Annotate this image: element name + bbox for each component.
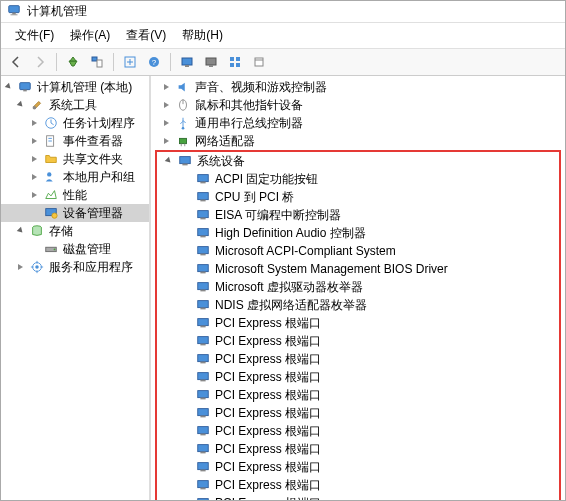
devices-by-type-button[interactable] [176,51,198,73]
device-label: PCI Express 根端口 [215,387,321,403]
category-network[interactable]: 网络适配器 [151,132,565,150]
device-item[interactable]: High Definition Audio 控制器 [157,224,559,242]
mouse-icon [175,97,191,113]
window-frame: 计算机管理 文件(F) 操作(A) 查看(V) 帮助(H) ? 计算机管理 (本… [0,0,566,501]
device-item[interactable]: PCI Express 根端口 [157,332,559,350]
help-toolbar-button[interactable]: ? [143,51,165,73]
tree-system-tools[interactable]: 系统工具 [1,96,149,114]
svg-rect-56 [200,362,205,364]
menu-help[interactable]: 帮助(H) [174,25,231,46]
system-device-icon [195,279,211,295]
system-device-icon [195,171,211,187]
svg-rect-62 [200,416,205,418]
svg-rect-42 [200,236,205,238]
expander-icon[interactable] [29,171,41,183]
tree-event-viewer[interactable]: 事件查看器 [1,132,149,150]
device-item[interactable]: CPU 到 PCI 桥 [157,188,559,206]
tree-device-manager[interactable]: 设备管理器 [1,204,149,222]
device-item[interactable]: PCI Express 根端口 [157,404,559,422]
tree-shared-folders[interactable]: 共享文件夹 [1,150,149,168]
system-device-icon [195,405,211,421]
category-usb[interactable]: 通用串行总线控制器 [151,114,565,132]
category-system-devices[interactable]: 系统设备 [153,152,559,170]
expander-icon[interactable] [161,99,173,111]
expander-icon[interactable] [29,189,41,201]
expander-icon[interactable] [15,261,27,273]
tree-label: 服务和应用程序 [49,259,133,275]
menu-file[interactable]: 文件(F) [7,25,62,46]
title-bar: 计算机管理 [1,1,565,23]
device-item[interactable]: PCI Express 根端口 [157,440,559,458]
system-device-icon [177,153,193,169]
svg-rect-50 [200,308,205,310]
expander-icon[interactable] [161,81,173,93]
svg-rect-54 [200,344,205,346]
svg-point-27 [54,249,56,251]
device-item[interactable]: PCI Express 根端口 [157,458,559,476]
device-item[interactable]: PCI Express 根端口 [157,350,559,368]
device-item[interactable]: Microsoft 虚拟驱动器枚举器 [157,278,559,296]
svg-rect-69 [198,481,209,488]
tree-label: 系统工具 [49,97,97,113]
devices-by-connection-button[interactable] [200,51,222,73]
device-item[interactable]: PCI Express 根端口 [157,314,559,332]
resources-by-type-button[interactable] [224,51,246,73]
device-item[interactable]: EISA 可编程中断控制器 [157,206,559,224]
tree-storage[interactable]: 存储 [1,222,149,240]
device-item[interactable]: PCI Express 根端口 [157,368,559,386]
device-item[interactable]: PCI Express 根端口 [157,476,559,494]
svg-rect-1 [12,13,16,15]
highlighted-section: 系统设备 ACPI 固定功能按钮CPU 到 PCI 桥EISA 可编程中断控制器… [155,150,561,500]
device-item[interactable]: ACPI 固定功能按钮 [157,170,559,188]
forward-button[interactable] [29,51,51,73]
tree-disk-management[interactable]: 磁盘管理 [1,240,149,258]
device-item[interactable]: Microsoft System Management BIOS Driver [157,260,559,278]
disk-icon [43,241,59,257]
svg-rect-46 [200,272,205,274]
expander-icon[interactable] [15,225,27,237]
device-item[interactable]: PCI Express 根端口 [157,494,559,500]
device-label: Microsoft ACPI-Compliant System [215,243,396,259]
menu-bar: 文件(F) 操作(A) 查看(V) 帮助(H) [1,23,565,49]
svg-rect-18 [23,90,27,92]
svg-point-19 [33,106,37,110]
expander-icon[interactable] [161,135,173,147]
show-hidden-button[interactable] [248,51,270,73]
expander-icon[interactable] [29,135,41,147]
navigation-tree: 计算机管理 (本地) 系统工具 任务计划程序 事件查看器 共享文件夹 [1,76,151,500]
device-item[interactable]: NDIS 虚拟网络适配器枚举器 [157,296,559,314]
up-button[interactable] [62,51,84,73]
category-audio[interactable]: 声音、视频和游戏控制器 [151,78,565,96]
performance-icon [43,187,59,203]
svg-rect-38 [200,200,205,202]
expander-icon[interactable] [163,155,175,167]
tree-local-users[interactable]: 本地用户和组 [1,168,149,186]
back-button[interactable] [5,51,27,73]
tree-performance[interactable]: 性能 [1,186,149,204]
category-label: 通用串行总线控制器 [195,115,303,131]
category-mouse[interactable]: 鼠标和其他指针设备 [151,96,565,114]
menu-view[interactable]: 查看(V) [118,25,174,46]
properties-button[interactable] [86,51,108,73]
expander-icon[interactable] [15,99,27,111]
toolbar: ? [1,49,565,76]
tree-task-scheduler[interactable]: 任务计划程序 [1,114,149,132]
toolbar-separator [113,53,114,71]
device-item[interactable]: PCI Express 根端口 [157,422,559,440]
expander-icon[interactable] [161,117,173,129]
tree-label: 设备管理器 [63,205,123,221]
svg-rect-3 [92,57,97,61]
system-device-icon [195,459,211,475]
device-item[interactable]: PCI Express 根端口 [157,386,559,404]
tree-root-computer-management[interactable]: 计算机管理 (本地) [1,78,149,96]
svg-rect-60 [200,398,205,400]
system-device-icon [195,297,211,313]
menu-action[interactable]: 操作(A) [62,25,118,46]
expander-icon[interactable] [29,153,41,165]
refresh-button[interactable] [119,51,141,73]
svg-rect-49 [198,301,209,308]
device-item[interactable]: Microsoft ACPI-Compliant System [157,242,559,260]
tree-services-apps[interactable]: 服务和应用程序 [1,258,149,276]
expander-icon[interactable] [3,81,15,93]
expander-icon[interactable] [29,117,41,129]
